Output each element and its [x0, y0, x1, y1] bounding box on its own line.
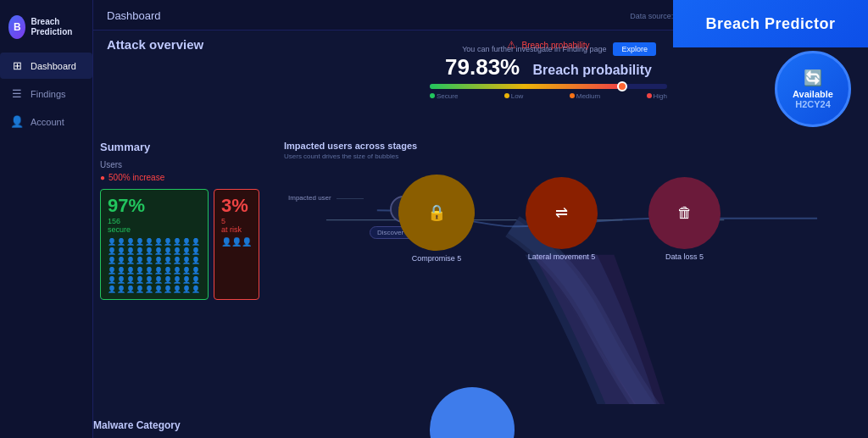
sidebar-item-account[interactable]: 👤 Account	[0, 108, 92, 135]
sidebar-item-label: Dashboard	[31, 61, 76, 71]
sidebar-item-label: Findings	[31, 89, 66, 99]
account-icon: 👤	[10, 115, 24, 128]
pct-risk: 3%	[221, 195, 252, 217]
label-medium: Medium	[570, 92, 600, 100]
dashboard-icon: ⊞	[10, 59, 24, 72]
attack-stages-header: Impacted users across stages Users count…	[284, 141, 417, 177]
logo-text: Breach Prediction	[31, 17, 84, 37]
badge-line1: Available	[793, 89, 833, 99]
summary-title: Summary	[100, 141, 273, 153]
increase-text: 500% increase	[108, 173, 164, 182]
stage-circles: 🔒 Compromise 5 ⇌ Lateral movement 5 🗑	[398, 175, 721, 263]
breach-prob-bar	[430, 84, 667, 89]
count-secure: 156 secure	[108, 217, 201, 234]
compromise-circle: 🔒	[398, 175, 475, 251]
breach-prob-subtitle: Breach probability	[532, 63, 651, 77]
logo-icon: B	[8, 15, 25, 39]
stages-title: Impacted users across stages	[284, 141, 417, 151]
impacted-user-label: Impacted user	[288, 194, 331, 202]
impacted-user-node: Impacted user ————	[288, 194, 367, 202]
sidebar: B Breach Prediction ⊞ Dashboard ☰ Findin…	[0, 0, 93, 438]
sidebar-item-dashboard[interactable]: ⊞ Dashboard	[0, 53, 92, 79]
available-badge: 🔄 Available H2CY24	[775, 51, 851, 127]
sidebar-logo: B Breach Prediction	[0, 8, 92, 53]
explore-button[interactable]: Explore	[613, 42, 656, 56]
breach-banner-title: Breach Predictor	[705, 15, 835, 33]
summary-section: Summary Users ● 500% increase 97% 156 se…	[93, 141, 280, 300]
label-secure: Secure	[430, 92, 458, 100]
lateral-label: Lateral movement 5	[528, 252, 596, 261]
breach-prob-bar-labels: Secure Low Medium High	[430, 92, 667, 100]
bottom-circle	[430, 387, 515, 438]
compromise-label: Compromise 5	[412, 254, 462, 263]
malware-category-label: Malware Category	[93, 419, 181, 431]
explore-hint-text: You can further investigate in Finding p…	[462, 45, 606, 53]
label-low: Low	[504, 92, 524, 100]
main-content: Dashboard Data source: ZIA Web logs, San…	[93, 0, 868, 438]
stages-subtitle: Users count drives the size of bubbles	[284, 152, 417, 160]
summary-users-label: Users	[100, 160, 273, 169]
breach-prob-indicator	[617, 81, 627, 91]
stage-lateral-movement: ⇌ Lateral movement 5	[526, 177, 598, 261]
badge-line2: H2CY24	[795, 99, 831, 109]
pct-secure: 97%	[108, 195, 201, 217]
user-icons-green: 👤👤👤👤👤👤👤👤👤👤 👤👤👤👤👤👤👤👤👤👤 👤👤👤👤👤👤👤👤👤👤 👤👤👤👤👤👤👤…	[108, 237, 201, 294]
stage-data-loss: 🗑 Data loss 5	[648, 177, 721, 261]
count-risk: 5 at risk	[221, 217, 252, 234]
user-blocks: 97% 156 secure 👤👤👤👤👤👤👤👤👤👤 👤👤👤👤👤👤👤👤👤👤 👤👤👤…	[100, 189, 273, 300]
sidebar-item-findings[interactable]: ☰ Findings	[0, 80, 92, 107]
explore-hint: You can further investigate in Finding p…	[462, 42, 656, 56]
badge-icon: 🔄	[804, 69, 822, 87]
sidebar-nav: ⊞ Dashboard ☰ Findings 👤 Account	[0, 53, 92, 135]
user-block-secure: 97% 156 secure 👤👤👤👤👤👤👤👤👤👤 👤👤👤👤👤👤👤👤👤👤 👤👤👤…	[100, 189, 209, 300]
findings-icon: ☰	[10, 87, 24, 100]
summary-increase: ● 500% increase	[100, 173, 273, 182]
header-title: Dashboard	[107, 9, 161, 22]
label-high: High	[647, 92, 667, 100]
dataloss-circle: 🗑	[648, 177, 721, 249]
breach-prob-fill	[430, 84, 620, 89]
user-icons-red: 👤👤👤	[221, 237, 252, 247]
breach-predictor-banner: Breach Predictor	[673, 0, 868, 47]
lateral-circle: ⇌	[526, 177, 598, 249]
dataloss-label: Data loss 5	[665, 252, 704, 261]
stage-compromise: 🔒 Compromise 5	[398, 175, 475, 263]
breach-prob-value: 79.83% Breach probability	[430, 54, 667, 80]
increase-dot-icon: ●	[100, 173, 105, 182]
content-area: Attack overview ⚠ Breach probability 79.…	[93, 30, 868, 438]
user-block-risk: 3% 5 at risk 👤👤👤	[214, 189, 259, 300]
sidebar-item-label: Account	[31, 117, 64, 127]
